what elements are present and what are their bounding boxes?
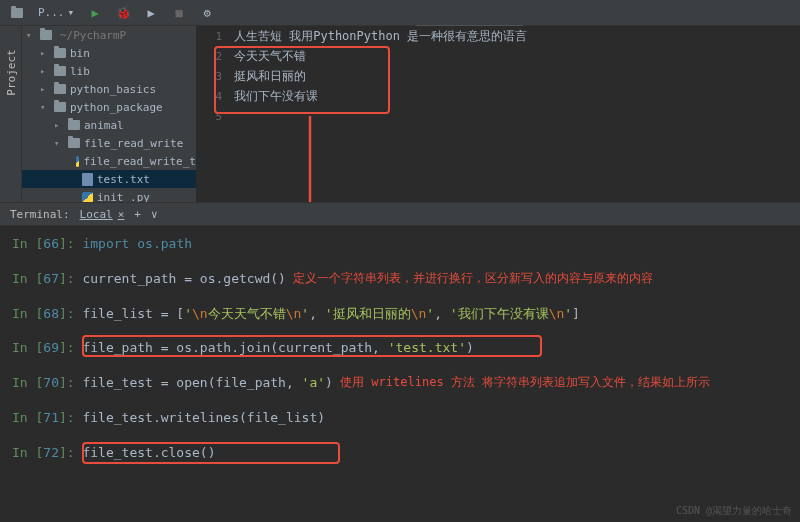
- terminal-code: file_test.writelines(file_list): [82, 408, 325, 429]
- folder-icon: [54, 84, 66, 94]
- folder-icon: [68, 120, 80, 130]
- project-tree[interactable]: ▾ ~/PycharmP▸bin▸lib▸python_basics▾pytho…: [22, 26, 196, 202]
- prompt: In [66]:: [12, 234, 82, 255]
- tree-item-label: file_read_write: [84, 137, 183, 150]
- annotation-text: 定义一个字符串列表，并进行换行，区分新写入的内容与原来的内容: [286, 269, 653, 290]
- chevron-icon: ▸: [40, 48, 50, 58]
- tree-item[interactable]: test.txt: [22, 170, 196, 188]
- run-button[interactable]: ▶: [84, 3, 106, 23]
- tree-item-label: bin: [70, 47, 90, 60]
- terminal-tab-local[interactable]: Local ×: [80, 208, 125, 221]
- prompt: In [70]:: [12, 373, 82, 394]
- prompt: In [68]:: [12, 304, 82, 325]
- tree-item[interactable]: ▸python_basics: [22, 80, 196, 98]
- folder-icon: [68, 138, 80, 148]
- py-icon: [82, 192, 93, 203]
- folder-icon: [54, 66, 66, 76]
- chevron-down-icon: ▾: [68, 6, 75, 19]
- tree-item[interactable]: file_read_write_t: [22, 152, 196, 170]
- folder-icon: [54, 102, 66, 112]
- prompt: In [72]:: [12, 443, 82, 464]
- stop-button[interactable]: ■: [168, 3, 190, 23]
- tree-item-label: python_package: [70, 101, 163, 114]
- txt-icon: [82, 173, 93, 186]
- py-icon: [76, 156, 80, 167]
- annotation-text: 使用 writelines 方法 将字符串列表追加写入文件，结果如上所示: [333, 373, 710, 394]
- terminal-line: In [70]: file_test = open(file_path, 'a'…: [12, 373, 800, 394]
- terminal-title: Terminal:: [10, 208, 70, 221]
- terminal-line: In [71]: file_test.writelines(file_list): [12, 408, 800, 429]
- tree-item[interactable]: init .py: [22, 188, 196, 202]
- terminal-header: Terminal: Local × + ∨: [0, 202, 800, 226]
- tree-item[interactable]: ▸animal: [22, 116, 196, 134]
- folder-icon: [40, 30, 52, 40]
- tree-item-label: lib: [70, 65, 90, 78]
- terminal-dropdown-icon[interactable]: ∨: [151, 208, 158, 221]
- tree-item[interactable]: ▸lib: [22, 62, 196, 80]
- tree-item-label: init .py: [97, 191, 150, 203]
- annotation-box-editor: [214, 46, 390, 114]
- settings-icon[interactable]: ⚙: [196, 3, 218, 23]
- terminal-code: current_path = os.getcwd(): [82, 269, 286, 290]
- chevron-icon: ▸: [40, 84, 50, 94]
- tree-item-label: file_read_write_t: [83, 155, 196, 168]
- main-toolbar: P... ▾ ▶ 🐞 ▶ ■ ⚙: [0, 0, 800, 26]
- annotation-box-line71: [82, 442, 340, 464]
- prompt: In [69]:: [12, 338, 82, 359]
- more-run-button[interactable]: ▶: [140, 3, 162, 23]
- terminal-line: In [67]: current_path = os.getcwd() 定义一个…: [12, 269, 800, 290]
- project-tool-label[interactable]: Project: [5, 49, 18, 95]
- close-icon[interactable]: ×: [118, 208, 125, 221]
- line-number: 1: [196, 30, 234, 43]
- tree-item-label: test.txt: [97, 173, 150, 186]
- folder-icon[interactable]: [6, 3, 28, 23]
- add-terminal-button[interactable]: +: [134, 208, 141, 221]
- terminal-output[interactable]: In [66]: import os.pathIn [67]: current_…: [0, 226, 800, 522]
- config-label: P...: [38, 6, 65, 19]
- chevron-icon: ▸: [54, 120, 64, 130]
- prompt: In [67]:: [12, 269, 82, 290]
- chevron-icon: ▾: [40, 102, 50, 112]
- prompt: In [71]:: [12, 408, 82, 429]
- terminal-code: file_test = open(file_path, 'a'): [82, 373, 332, 394]
- tree-item[interactable]: ▾file_read_write: [22, 134, 196, 152]
- terminal-line: In [68]: file_list = ['\n今天天气不错\n', '挺风和…: [12, 304, 800, 325]
- run-config-dropdown[interactable]: P... ▾: [34, 4, 78, 21]
- chevron-icon: ▾: [54, 138, 64, 148]
- folder-icon: [54, 48, 66, 58]
- annotation-box-line68: [82, 335, 542, 357]
- debug-button[interactable]: 🐞: [112, 3, 134, 23]
- sidebar-left: Project: [0, 26, 22, 202]
- terminal-line: In [66]: import os.path: [12, 234, 800, 255]
- tree-root[interactable]: ▾ ~/PycharmP: [22, 26, 196, 44]
- terminal-code: file_list = ['\n今天天气不错\n', '挺风和日丽的\n', '…: [82, 304, 579, 325]
- editor-line[interactable]: 1人生苦短 我用PythonPython 是一种很有意思的语言: [196, 26, 800, 46]
- terminal-code: import os.path: [82, 234, 192, 255]
- chevron-icon: ▸: [40, 66, 50, 76]
- tree-item[interactable]: ▸bin: [22, 44, 196, 62]
- watermark: CSDN @渴望力量的哈士奇: [676, 504, 792, 518]
- tree-item-label: python_basics: [70, 83, 156, 96]
- tree-item[interactable]: ▾python_package: [22, 98, 196, 116]
- line-text: 人生苦短 我用PythonPython 是一种很有意思的语言: [234, 28, 527, 45]
- tree-item-label: animal: [84, 119, 124, 132]
